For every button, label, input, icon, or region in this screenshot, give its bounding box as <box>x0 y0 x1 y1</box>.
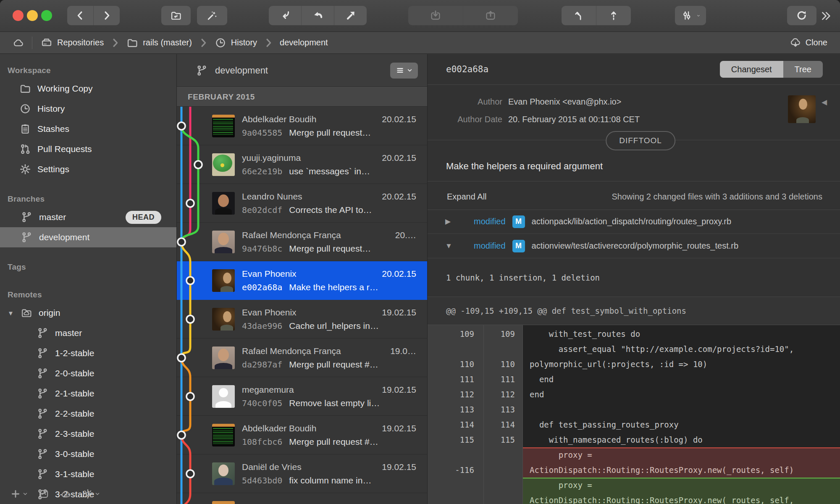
old-line-number: 114 <box>428 417 484 432</box>
diff-line: 113113 <box>428 402 840 417</box>
cloud-lines-button[interactable] <box>60 488 71 499</box>
new-line-number: 111 <box>484 372 523 387</box>
avatar-flip-icon[interactable]: ◀ <box>822 98 827 107</box>
diff-code-text <box>523 402 840 417</box>
commit-arrow-button[interactable] <box>269 6 301 25</box>
author-date-label: Author Date <box>428 115 502 124</box>
old-line-number <box>428 447 484 462</box>
minimize-window-button[interactable] <box>27 10 38 21</box>
pull-button[interactable] <box>408 6 463 25</box>
breadcrumb-item-rails-master-[interactable]: rails (master) <box>126 37 192 49</box>
cloud-icon[interactable] <box>13 37 24 49</box>
new-line-number <box>484 462 523 478</box>
sidebar-remote-branch-3-1-stable[interactable]: 3-1-stable <box>0 464 176 484</box>
refresh-button[interactable] <box>787 6 816 25</box>
breadcrumb-item-history[interactable]: History <box>215 37 257 49</box>
chunk-summary: 1 chunk, 1 insertion, 1 deletion <box>428 258 840 297</box>
commit-hash: 5d463bd0 <box>242 475 282 486</box>
chevron-left-button[interactable] <box>67 6 93 25</box>
disclosure-triangle-icon[interactable]: ▼ <box>8 310 14 317</box>
sidebar-branch-master[interactable]: masterHEAD <box>0 207 176 227</box>
commit-row[interactable]: Rafael Mendonça França19.0…da2987afMerge… <box>177 339 427 377</box>
diff-code-text: end <box>523 387 840 402</box>
commit-row[interactable]: Abdelkader Boudih20.02.159a045585Merge p… <box>177 107 427 145</box>
expand-triangle-icon[interactable]: ▶ <box>445 217 454 226</box>
sidebar-item-pull-requests[interactable]: Pull Requests <box>0 139 176 159</box>
commit-row[interactable]: Daniël de Vries19.02.155d463bd0fix colum… <box>177 454 427 493</box>
chevron-right-button[interactable] <box>93 6 120 25</box>
redo-arrow-button[interactable] <box>334 6 367 25</box>
sliders-button[interactable] <box>675 6 706 25</box>
branch-out-button[interactable] <box>562 6 596 25</box>
toolbar-overflow-icon[interactable] <box>820 10 832 24</box>
breadcrumb-label: History <box>231 38 257 47</box>
gear-button[interactable] <box>82 488 100 499</box>
changed-file-row[interactable]: ▶modifiedMactionpack/lib/action_dispatch… <box>428 210 840 234</box>
sidebar-item-settings[interactable]: Settings <box>0 159 176 179</box>
list-view-dropdown[interactable] <box>390 63 418 79</box>
sidebar-remote-branch-master[interactable]: master <box>0 323 176 343</box>
tab-changeset[interactable]: Changeset <box>720 61 783 78</box>
commit-row[interactable]: meganemura19.02.15740c0f05Remove last em… <box>177 377 427 416</box>
breadcrumb-item-repositories[interactable]: Repositories <box>41 37 104 49</box>
sourcetree-window: Repositoriesrails (master)Historydevelop… <box>0 0 840 504</box>
breadcrumb-chevron-icon <box>197 37 209 49</box>
changed-file-row[interactable]: ▼modifiedMactionview/test/activerecord/p… <box>428 234 840 258</box>
commit-row[interactable]: Rafael Mendonça França20.…9a476b8cMerge … <box>177 223 427 261</box>
commit-hash: e002a68a <box>242 282 282 292</box>
sidebar-item-stashes[interactable]: Stashes <box>0 119 176 139</box>
commit-row[interactable]: Leandro Nunes20.02.158e02dcdfCorrects th… <box>177 184 427 223</box>
commit-date: 20.… <box>395 230 416 240</box>
file-path: actionpack/lib/action_dispatch/routing/r… <box>532 217 731 226</box>
commit-row-selected[interactable]: Evan Phoenix20.02.15e002a68aMake the hel… <box>177 261 427 300</box>
merge-button[interactable] <box>596 6 631 25</box>
expand-all-link[interactable]: Expand All <box>447 192 487 202</box>
author-date-value: 20. February 2015 at 00:11:08 CET <box>508 115 640 124</box>
difftool-button[interactable]: DIFFTOOL <box>606 131 675 150</box>
sidebar-remote-branch-2-0-stable[interactable]: 2-0-stable <box>0 363 176 383</box>
diff-code-text: assert_equal "http://example.com/project… <box>523 341 840 357</box>
breadcrumb-item-development[interactable]: development <box>280 38 328 47</box>
sidebar-remote-branch-2-3-stable[interactable]: 2-3-stable <box>0 424 176 444</box>
plus-button[interactable] <box>10 488 28 499</box>
toolbar <box>0 0 840 32</box>
new-line-number: 114 <box>484 417 523 432</box>
diff-code-text: ActionDispatch::Routing::RoutesProxy.new… <box>523 493 840 504</box>
commit-detail-panel: e002a68a Changeset Tree Author Evan Phoe… <box>428 54 840 504</box>
sidebar-branch-development[interactable]: development <box>0 227 176 247</box>
magic-wand-button[interactable] <box>197 6 227 25</box>
commit-author: meganemura <box>242 385 382 395</box>
sidebar-item-label: Settings <box>37 164 69 174</box>
old-line-number <box>428 478 484 493</box>
commit-row[interactable]: Abdelkader Boudih19.02.15 <box>177 493 427 504</box>
close-window-button[interactable] <box>13 10 24 21</box>
sidebar-item-working-copy[interactable]: Working Copy <box>0 79 176 99</box>
export-button[interactable] <box>39 488 50 499</box>
commit-author: yuuji.yaginuma <box>242 153 382 163</box>
head-badge: HEAD <box>126 211 161 224</box>
commit-message-summary: Make the helpers a r… <box>289 282 378 292</box>
diff-line: assert_equal "http://example.com/project… <box>428 341 840 357</box>
sidebar-remote-branch-1-2-stable[interactable]: 1-2-stable <box>0 343 176 363</box>
clone-button[interactable]: Clone <box>790 37 827 49</box>
folder-switch-button[interactable] <box>161 6 191 25</box>
current-branch-label: development <box>215 65 268 76</box>
undo-arrow-button[interactable] <box>301 6 334 25</box>
push-button[interactable] <box>463 6 518 25</box>
sidebar-remote-branch-3-0-stable[interactable]: 3-0-stable <box>0 444 176 464</box>
zoom-window-button[interactable] <box>41 10 52 21</box>
sidebar-item-history[interactable]: History <box>0 99 176 119</box>
commit-row[interactable]: Abdelkader Boudih19.02.15108fcbc6Merge p… <box>177 416 427 454</box>
sidebar-remote-branch-2-1-stable[interactable]: 2-1-stable <box>0 383 176 404</box>
tab-tree[interactable]: Tree <box>783 61 823 78</box>
file-status: modified <box>474 217 506 226</box>
toolbar-group-nav <box>67 6 120 25</box>
branch-icon <box>37 327 49 339</box>
folder-icon <box>126 37 138 49</box>
commit-row[interactable]: yuuji.yaginuma20.02.1566e2e19buse `messa… <box>177 145 427 184</box>
collapse-triangle-icon[interactable]: ▼ <box>445 242 454 250</box>
commit-row[interactable]: Evan Phoenix19.02.1543dae996Cache url_he… <box>177 300 427 339</box>
sidebar-remote-branch-2-2-stable[interactable]: 2-2-stable <box>0 404 176 424</box>
commit-author: Abdelkader Boudih <box>242 423 382 433</box>
sidebar-remote-origin[interactable]: ▼origin <box>0 303 176 323</box>
